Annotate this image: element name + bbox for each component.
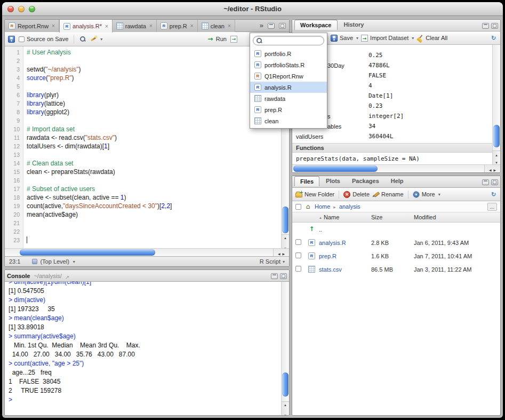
refresh-icon[interactable] <box>490 191 497 198</box>
column-header-size[interactable]: Size <box>371 214 414 220</box>
popup-item[interactable]: rawdata <box>250 93 327 104</box>
scroll-right-icon[interactable] <box>494 164 496 173</box>
scroll-left-icon[interactable] <box>278 248 280 257</box>
import-dataset-button[interactable]: Import Dataset <box>361 35 414 42</box>
home-icon[interactable] <box>304 203 311 210</box>
maximize-pane-button[interactable] <box>279 23 286 29</box>
popup-search-box[interactable] <box>253 36 324 45</box>
code-tools-button[interactable] <box>90 36 102 43</box>
file-checkbox[interactable] <box>295 266 301 272</box>
close-window-button[interactable] <box>7 6 14 12</box>
minimize-pane-button[interactable] <box>268 23 275 29</box>
scrollbar-buttons[interactable] <box>484 165 500 172</box>
scroll-left-icon[interactable] <box>489 164 492 173</box>
minimize-window-button[interactable] <box>18 6 25 12</box>
popup-item[interactable]: portfolioStats.R <box>250 59 327 70</box>
file-name-link[interactable]: stats.csv <box>319 266 371 273</box>
source-tab[interactable]: rawdata× <box>113 20 157 32</box>
scrollbar-thumb[interactable] <box>293 165 378 172</box>
rerun-icon[interactable] <box>230 36 237 43</box>
scroll-up-icon[interactable] <box>284 399 287 408</box>
minimize-pane-button[interactable] <box>482 179 489 185</box>
source-tab[interactable]: prep.R× <box>157 20 198 32</box>
zoom-window-button[interactable] <box>29 6 35 12</box>
editor-horizontal-scrollbar[interactable] <box>5 248 289 256</box>
console-output[interactable]: > dim(active)[1]/dim(clean)[1][1] 0.5475… <box>5 282 289 415</box>
breadcrumb-home[interactable]: Home <box>315 203 330 210</box>
tab-plots[interactable]: Plots <box>320 176 346 186</box>
delete-button[interactable]: Delete <box>343 191 370 198</box>
goto-directory-icon[interactable] <box>62 272 69 281</box>
new-folder-button[interactable]: New Folder <box>295 191 334 197</box>
popup-item[interactable]: clean <box>250 115 327 126</box>
workspace-horizontal-scrollbar[interactable] <box>292 164 500 172</box>
function-signature[interactable]: prepareStats(data, sampleSize = NA) <box>292 153 500 164</box>
scroll-right-icon[interactable] <box>283 248 285 257</box>
scrollbar-buttons[interactable] <box>273 249 289 256</box>
code-editor[interactable]: 1234567891011121314151617181920212223 # … <box>5 46 289 248</box>
source-on-save-checkbox[interactable] <box>19 36 25 42</box>
run-button[interactable]: Run <box>207 36 227 43</box>
tab-close-icon[interactable]: × <box>52 23 55 29</box>
workspace-variable-row[interactable]: validUsers360404L <box>292 131 500 141</box>
tab-help[interactable]: Help <box>386 176 409 186</box>
maximize-pane-button[interactable] <box>280 273 287 279</box>
scroll-up-icon[interactable] <box>284 232 287 241</box>
file-name-link[interactable]: prep.R <box>319 253 371 259</box>
source-tab[interactable]: Report.Rnw× <box>5 20 59 32</box>
minimize-pane-button[interactable] <box>482 23 489 29</box>
scroll-down-icon[interactable] <box>284 409 287 416</box>
title-bar[interactable]: ~/editor - RStudio <box>2 2 503 16</box>
file-row[interactable]: analysis.R2.8 KBJan 6, 2011, 9:43 AM <box>292 236 500 249</box>
scrollbar-buttons[interactable] <box>282 401 289 415</box>
file-checkbox[interactable] <box>295 252 301 258</box>
tab-packages[interactable]: Packages <box>347 176 384 186</box>
scrollbar-buttons[interactable] <box>493 150 500 164</box>
breadcrumb-more-button[interactable]: ... <box>487 203 497 211</box>
tab-overflow-button[interactable]: » <box>260 20 263 31</box>
find-replace-icon[interactable] <box>79 36 86 43</box>
tab-files[interactable]: Files <box>294 176 319 186</box>
scrollbar-thumb[interactable] <box>493 125 500 147</box>
scope-selector[interactable]: (Top Level) <box>32 258 75 265</box>
more-button[interactable]: More <box>413 191 440 198</box>
file-type-selector[interactable]: R Script <box>260 258 285 265</box>
clear-all-button[interactable]: Clear All <box>416 35 447 42</box>
tab-close-icon[interactable]: × <box>149 23 153 29</box>
search-input[interactable] <box>265 37 321 44</box>
file-row[interactable]: stats.csv86.5 MBJan 3, 2011, 11:22 AM <box>292 263 500 276</box>
scroll-up-icon[interactable] <box>495 151 498 157</box>
select-all-checkbox[interactable] <box>295 204 301 210</box>
file-row[interactable]: prep.R1.6 KBJan 7, 2011, 10:41 AM <box>292 249 500 263</box>
maximize-pane-button[interactable] <box>491 179 498 185</box>
breadcrumb-analysis[interactable]: analysis <box>339 203 360 210</box>
minimize-pane-button[interactable] <box>271 273 278 279</box>
workspace-vertical-scrollbar[interactable] <box>492 45 500 164</box>
tab-close-icon[interactable]: × <box>228 23 231 29</box>
scrollbar-thumb[interactable] <box>282 373 288 397</box>
file-name-link[interactable]: analysis.R <box>319 240 371 246</box>
save-icon[interactable] <box>8 36 15 43</box>
tab-workspace[interactable]: Workspace <box>294 20 338 30</box>
tab-close-icon[interactable]: × <box>105 23 108 29</box>
tab-history[interactable]: History <box>339 20 370 30</box>
popup-item[interactable]: prep.R <box>250 104 327 115</box>
column-header-modified[interactable]: Modified <box>414 214 500 220</box>
source-on-save-option[interactable]: Source on Save <box>19 36 68 42</box>
popup-item[interactable]: portfolio.R <box>250 48 327 59</box>
maximize-pane-button[interactable] <box>491 23 498 29</box>
tab-close-icon[interactable]: × <box>190 23 194 29</box>
save-workspace-button[interactable]: Save <box>331 35 358 42</box>
console-vertical-scrollbar[interactable] <box>281 282 289 415</box>
column-header-name[interactable]: Name <box>319 214 371 220</box>
refresh-icon[interactable] <box>490 35 497 42</box>
scrollbar-thumb[interactable] <box>20 249 155 256</box>
file-checkbox[interactable] <box>295 239 301 245</box>
file-name-link[interactable]: .. <box>319 226 371 233</box>
popup-item[interactable]: analysis.R <box>250 82 327 93</box>
source-tab[interactable]: analysis.R*× <box>59 20 113 33</box>
scrollbar-buttons[interactable] <box>282 234 289 248</box>
source-tab[interactable]: clean× <box>198 20 235 32</box>
popup-item[interactable]: Q1Report.Rnw <box>250 70 327 82</box>
scrollbar-thumb[interactable] <box>282 207 288 233</box>
